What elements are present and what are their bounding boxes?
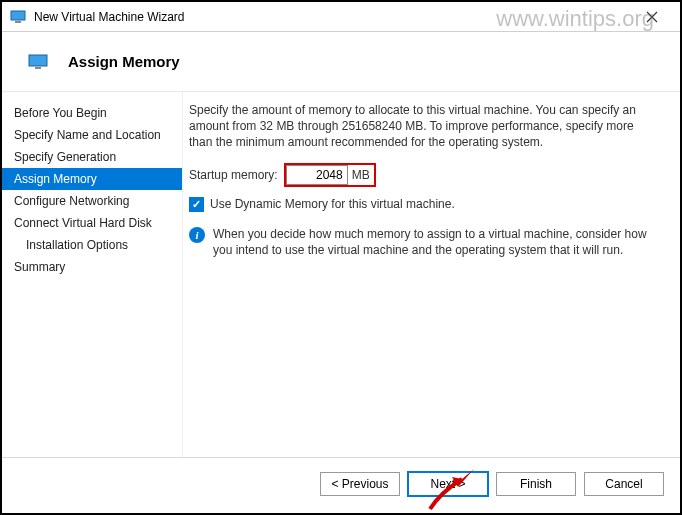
finish-button[interactable]: Finish	[496, 472, 576, 496]
step-specify-name[interactable]: Specify Name and Location	[2, 124, 182, 146]
main-panel: Specify the amount of memory to allocate…	[182, 92, 680, 457]
svg-rect-3	[35, 67, 41, 69]
info-icon: i	[189, 227, 205, 243]
step-installation-options[interactable]: Installation Options	[2, 234, 182, 256]
dynamic-memory-label: Use Dynamic Memory for this virtual mach…	[210, 197, 455, 211]
svg-rect-0	[11, 11, 25, 20]
cancel-button[interactable]: Cancel	[584, 472, 664, 496]
startup-memory-input[interactable]	[286, 165, 348, 185]
wizard-footer: < Previous Next > Finish Cancel	[2, 457, 680, 509]
dynamic-memory-checkbox[interactable]: ✓	[189, 197, 204, 212]
step-connect-vhd[interactable]: Connect Virtual Hard Disk	[2, 212, 182, 234]
svg-rect-2	[29, 55, 47, 66]
info-row: i When you decide how much memory to ass…	[189, 226, 658, 258]
memory-unit: MB	[352, 168, 370, 182]
titlebar: New Virtual Machine Wizard	[2, 2, 680, 32]
description-text: Specify the amount of memory to allocate…	[189, 102, 658, 151]
svg-rect-1	[15, 21, 21, 23]
startup-memory-row: Startup memory: MB	[189, 163, 658, 187]
highlight-annotation: MB	[284, 163, 376, 187]
app-icon	[10, 9, 26, 25]
info-text: When you decide how much memory to assig…	[213, 226, 658, 258]
wizard-header: Assign Memory	[2, 32, 680, 92]
step-before-you-begin[interactable]: Before You Begin	[2, 102, 182, 124]
window-title: New Virtual Machine Wizard	[34, 10, 185, 24]
wizard-steps: Before You Begin Specify Name and Locati…	[2, 92, 182, 457]
startup-memory-label: Startup memory:	[189, 168, 278, 182]
dynamic-memory-row: ✓ Use Dynamic Memory for this virtual ma…	[189, 197, 658, 212]
step-summary[interactable]: Summary	[2, 256, 182, 278]
previous-button[interactable]: < Previous	[320, 472, 400, 496]
step-configure-networking[interactable]: Configure Networking	[2, 190, 182, 212]
next-button[interactable]: Next >	[408, 472, 488, 496]
close-button[interactable]	[632, 3, 672, 31]
monitor-icon	[28, 54, 48, 70]
page-title: Assign Memory	[68, 53, 180, 70]
step-specify-generation[interactable]: Specify Generation	[2, 146, 182, 168]
step-assign-memory[interactable]: Assign Memory	[2, 168, 182, 190]
